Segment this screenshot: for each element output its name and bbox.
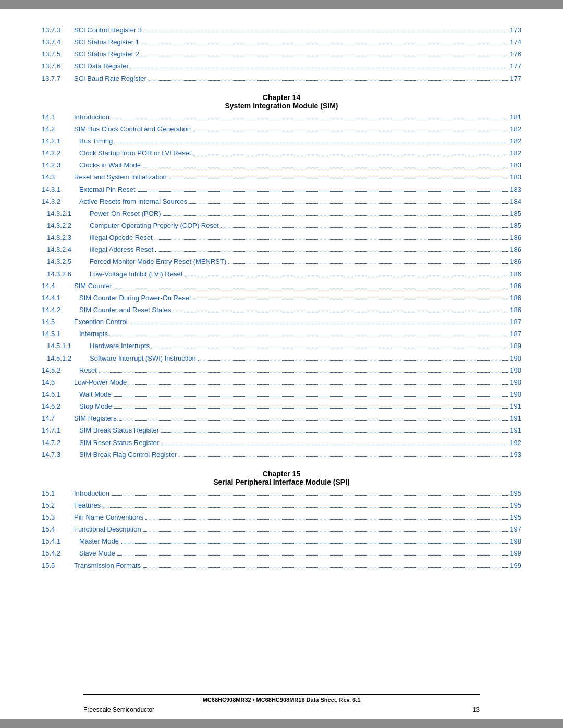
- toc-link[interactable]: Hardware Interrupts189: [90, 341, 521, 351]
- toc-link[interactable]: Pin Name Conventions195: [74, 512, 521, 523]
- toc-link[interactable]: Low-Power Mode190: [74, 377, 521, 388]
- toc-link[interactable]: SIM Counter During Power-On Reset186: [79, 293, 521, 303]
- toc-link[interactable]: Master Mode198: [79, 536, 521, 547]
- toc-link[interactable]: Software Interrupt (SWI) Instruction190: [90, 353, 521, 364]
- toc-title: SCI Data Register: [74, 61, 129, 71]
- toc-dots: [152, 348, 508, 348]
- toc-entry: 13.7.3SCI Control Register 3173: [42, 25, 521, 35]
- toc-entry: 14.3.2.3Illegal Opcode Reset186: [42, 232, 521, 243]
- toc-dots: [115, 143, 508, 143]
- footer-left: Freescale Semiconductor: [83, 706, 154, 713]
- toc-entry: 14.2.1Bus Timing182: [42, 136, 521, 146]
- toc-page: 186: [510, 244, 521, 255]
- toc-entry: 14.7.2SIM Reset Status Register192: [42, 438, 521, 448]
- toc-link[interactable]: Wait Mode190: [79, 389, 521, 400]
- toc-link[interactable]: Power-On Reset (POR)185: [90, 208, 521, 219]
- toc-entry: 15.3Pin Name Conventions195: [42, 512, 521, 523]
- toc-link[interactable]: Clocks in Wait Mode183: [79, 160, 521, 170]
- footer-area: MC68HC908MR32 • MC68HC908MR16 Data Sheet…: [42, 694, 521, 719]
- toc-title: Clock Startup from POR or LVI Reset: [79, 148, 191, 158]
- toc-page: 177: [510, 73, 521, 84]
- toc-number: 14.3.2.4: [42, 244, 90, 255]
- toc-dots: [169, 179, 508, 179]
- toc-number: 14.3.2.3: [42, 232, 90, 243]
- toc-link[interactable]: Transmission Formats199: [74, 561, 521, 571]
- toc-number: 14.5.1.2: [42, 353, 90, 364]
- chapter15-heading: Chapter 15 Serial Peripheral Interface M…: [42, 470, 521, 486]
- toc-page: 173: [510, 25, 521, 35]
- toc-link[interactable]: Functional Description197: [74, 524, 521, 535]
- toc-title: Transmission Formats: [74, 561, 141, 571]
- toc-link[interactable]: SCI Baud Rate Register177: [74, 73, 521, 84]
- toc-page: 182: [510, 136, 521, 146]
- toc-title: Wait Mode: [79, 389, 112, 400]
- toc-link[interactable]: SIM Bus Clock Control and Generation182: [74, 124, 521, 134]
- toc-link[interactable]: Bus Timing182: [79, 136, 521, 146]
- toc-title: SCI Baud Rate Register: [74, 73, 146, 84]
- toc-entry: 14.4.2SIM Counter and Reset States186: [42, 305, 521, 315]
- toc-link[interactable]: SCI Status Register 1174: [74, 37, 521, 47]
- toc-page: 189: [510, 341, 521, 351]
- toc-link[interactable]: Introduction195: [74, 488, 521, 499]
- toc-number: 14.3: [42, 172, 74, 182]
- toc-link[interactable]: SIM Counter and Reset States186: [79, 305, 521, 315]
- chapter15-label: Chapter 15: [42, 470, 521, 478]
- toc-dots: [193, 300, 508, 300]
- toc-link[interactable]: Forced Monitor Mode Entry Reset (MENRST)…: [90, 256, 521, 267]
- toc-link[interactable]: SIM Counter186: [74, 281, 521, 291]
- toc-entry: 14.3.2.2Computer Operating Properly (COP…: [42, 220, 521, 231]
- toc-title: Pin Name Conventions: [74, 512, 143, 523]
- toc-page: 190: [510, 377, 521, 388]
- toc-link[interactable]: Introduction181: [74, 112, 521, 122]
- toc-link[interactable]: Active Resets from Internal Sources184: [79, 196, 521, 207]
- toc-link[interactable]: Illegal Opcode Reset186: [90, 232, 521, 243]
- toc-title: Low-Power Mode: [74, 377, 127, 388]
- toc-number: 14.4.1: [42, 293, 79, 303]
- toc-number: 14.5.1.1: [42, 341, 90, 351]
- toc-title: Computer Operating Properly (COP) Reset: [90, 220, 219, 231]
- toc-link[interactable]: SIM Registers191: [74, 413, 521, 424]
- toc-title: Illegal Address Reset: [90, 244, 153, 255]
- toc-number: 14.3.2.6: [42, 269, 90, 279]
- toc-dots: [193, 155, 508, 155]
- toc-entry: 15.2Features195: [42, 500, 521, 511]
- bottom-bar: [0, 719, 563, 728]
- toc-link[interactable]: Reset and System Initialization183: [74, 172, 521, 182]
- toc-link[interactable]: SIM Break Flag Control Register193: [79, 450, 521, 460]
- toc-entry: 13.7.6SCI Data Register177: [42, 61, 521, 71]
- toc-link[interactable]: Computer Operating Properly (COP) Reset1…: [90, 220, 521, 231]
- toc-link[interactable]: SIM Break Status Register191: [79, 425, 521, 436]
- toc-page: 183: [510, 160, 521, 170]
- toc-link[interactable]: Reset190: [79, 365, 521, 376]
- toc-link[interactable]: Interrupts187: [79, 329, 521, 339]
- toc-dots: [144, 32, 508, 32]
- toc-title: Reset: [79, 365, 97, 376]
- toc-link[interactable]: Slave Mode199: [79, 548, 521, 559]
- toc-title: SIM Counter During Power-On Reset: [79, 293, 191, 303]
- toc-link[interactable]: SCI Control Register 3173: [74, 25, 521, 35]
- toc-page: 182: [510, 124, 521, 134]
- toc-dots: [179, 456, 508, 457]
- toc-number: 13.7.5: [42, 49, 74, 59]
- toc-title: SIM Bus Clock Control and Generation: [74, 124, 191, 134]
- toc-page: 190: [510, 353, 521, 364]
- toc-dots: [163, 215, 508, 216]
- toc-dots: [114, 288, 508, 288]
- toc-page: 176: [510, 49, 521, 59]
- toc-link[interactable]: SIM Reset Status Register192: [79, 438, 521, 448]
- toc-link[interactable]: Stop Mode191: [79, 401, 521, 412]
- toc-entry: 15.4.1Master Mode198: [42, 536, 521, 547]
- toc-link[interactable]: SCI Data Register177: [74, 61, 521, 71]
- toc-page: 191: [510, 425, 521, 436]
- toc-link[interactable]: Illegal Address Reset186: [90, 244, 521, 255]
- toc-title: Low-Voltage Inhibit (LVI) Reset: [90, 269, 182, 279]
- toc-page: 192: [510, 438, 521, 448]
- toc-link[interactable]: SCI Status Register 2176: [74, 49, 521, 59]
- toc-link[interactable]: External Pin Reset183: [79, 184, 521, 195]
- toc-link[interactable]: Exception Control187: [74, 317, 521, 327]
- toc-link[interactable]: Low-Voltage Inhibit (LVI) Reset186: [90, 269, 521, 279]
- toc-link[interactable]: Clock Startup from POR or LVI Reset182: [79, 148, 521, 158]
- toc-link[interactable]: Features195: [74, 500, 521, 511]
- toc-dots: [103, 507, 508, 508]
- toc-page: 190: [510, 389, 521, 400]
